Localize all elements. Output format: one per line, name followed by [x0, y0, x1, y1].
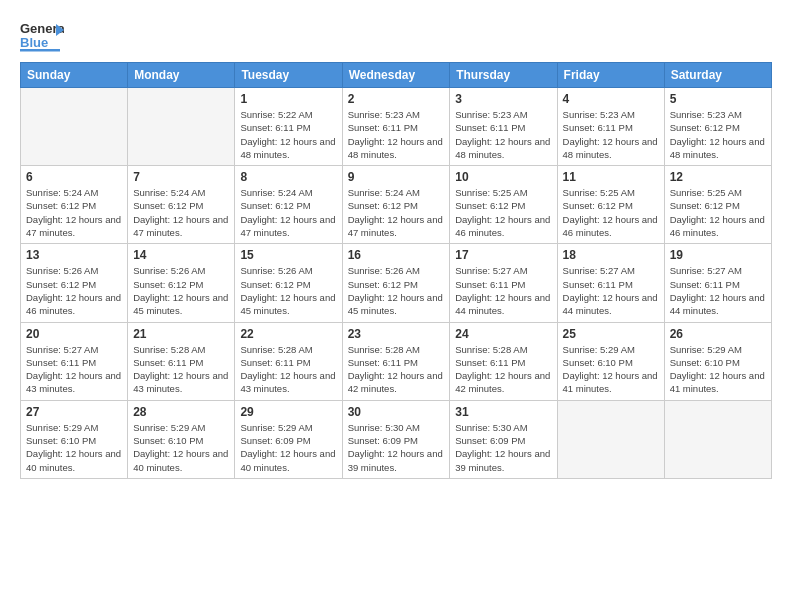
- day-info: Sunrise: 5:26 AMSunset: 6:12 PMDaylight:…: [133, 264, 229, 317]
- calendar-cell: 27Sunrise: 5:29 AMSunset: 6:10 PMDayligh…: [21, 400, 128, 478]
- calendar-cell: 21Sunrise: 5:28 AMSunset: 6:11 PMDayligh…: [128, 322, 235, 400]
- logo-icon: General Blue: [20, 16, 64, 54]
- calendar-cell: 26Sunrise: 5:29 AMSunset: 6:10 PMDayligh…: [664, 322, 771, 400]
- week-row-1: 1Sunrise: 5:22 AMSunset: 6:11 PMDaylight…: [21, 88, 772, 166]
- page: General Blue SundayMondayTuesdayWednesda…: [0, 0, 792, 612]
- day-number: 6: [26, 170, 122, 184]
- day-info: Sunrise: 5:24 AMSunset: 6:12 PMDaylight:…: [26, 186, 122, 239]
- day-info: Sunrise: 5:28 AMSunset: 6:11 PMDaylight:…: [240, 343, 336, 396]
- day-number: 31: [455, 405, 551, 419]
- calendar-cell: 29Sunrise: 5:29 AMSunset: 6:09 PMDayligh…: [235, 400, 342, 478]
- day-number: 10: [455, 170, 551, 184]
- day-number: 24: [455, 327, 551, 341]
- calendar-cell: 9Sunrise: 5:24 AMSunset: 6:12 PMDaylight…: [342, 166, 450, 244]
- calendar-cell: 13Sunrise: 5:26 AMSunset: 6:12 PMDayligh…: [21, 244, 128, 322]
- day-info: Sunrise: 5:27 AMSunset: 6:11 PMDaylight:…: [455, 264, 551, 317]
- day-number: 19: [670, 248, 766, 262]
- day-info: Sunrise: 5:29 AMSunset: 6:09 PMDaylight:…: [240, 421, 336, 474]
- day-info: Sunrise: 5:29 AMSunset: 6:10 PMDaylight:…: [26, 421, 122, 474]
- calendar-cell: 6Sunrise: 5:24 AMSunset: 6:12 PMDaylight…: [21, 166, 128, 244]
- weekday-header-saturday: Saturday: [664, 63, 771, 88]
- day-info: Sunrise: 5:23 AMSunset: 6:11 PMDaylight:…: [348, 108, 445, 161]
- day-info: Sunrise: 5:24 AMSunset: 6:12 PMDaylight:…: [348, 186, 445, 239]
- calendar-cell: [21, 88, 128, 166]
- day-info: Sunrise: 5:22 AMSunset: 6:11 PMDaylight:…: [240, 108, 336, 161]
- day-info: Sunrise: 5:28 AMSunset: 6:11 PMDaylight:…: [455, 343, 551, 396]
- day-info: Sunrise: 5:26 AMSunset: 6:12 PMDaylight:…: [26, 264, 122, 317]
- day-info: Sunrise: 5:24 AMSunset: 6:12 PMDaylight:…: [133, 186, 229, 239]
- week-row-3: 13Sunrise: 5:26 AMSunset: 6:12 PMDayligh…: [21, 244, 772, 322]
- week-row-5: 27Sunrise: 5:29 AMSunset: 6:10 PMDayligh…: [21, 400, 772, 478]
- calendar-cell: 17Sunrise: 5:27 AMSunset: 6:11 PMDayligh…: [450, 244, 557, 322]
- calendar-cell: [664, 400, 771, 478]
- calendar-cell: 8Sunrise: 5:24 AMSunset: 6:12 PMDaylight…: [235, 166, 342, 244]
- day-info: Sunrise: 5:27 AMSunset: 6:11 PMDaylight:…: [26, 343, 122, 396]
- day-info: Sunrise: 5:25 AMSunset: 6:12 PMDaylight:…: [455, 186, 551, 239]
- calendar-cell: 24Sunrise: 5:28 AMSunset: 6:11 PMDayligh…: [450, 322, 557, 400]
- calendar-cell: 3Sunrise: 5:23 AMSunset: 6:11 PMDaylight…: [450, 88, 557, 166]
- weekday-header-friday: Friday: [557, 63, 664, 88]
- day-number: 26: [670, 327, 766, 341]
- calendar-cell: 11Sunrise: 5:25 AMSunset: 6:12 PMDayligh…: [557, 166, 664, 244]
- day-number: 21: [133, 327, 229, 341]
- day-number: 3: [455, 92, 551, 106]
- day-info: Sunrise: 5:24 AMSunset: 6:12 PMDaylight:…: [240, 186, 336, 239]
- calendar-cell: 14Sunrise: 5:26 AMSunset: 6:12 PMDayligh…: [128, 244, 235, 322]
- calendar-cell: 30Sunrise: 5:30 AMSunset: 6:09 PMDayligh…: [342, 400, 450, 478]
- day-info: Sunrise: 5:23 AMSunset: 6:11 PMDaylight:…: [455, 108, 551, 161]
- day-number: 30: [348, 405, 445, 419]
- day-info: Sunrise: 5:27 AMSunset: 6:11 PMDaylight:…: [670, 264, 766, 317]
- calendar-cell: 12Sunrise: 5:25 AMSunset: 6:12 PMDayligh…: [664, 166, 771, 244]
- day-info: Sunrise: 5:30 AMSunset: 6:09 PMDaylight:…: [455, 421, 551, 474]
- day-number: 16: [348, 248, 445, 262]
- weekday-header-monday: Monday: [128, 63, 235, 88]
- calendar-cell: 28Sunrise: 5:29 AMSunset: 6:10 PMDayligh…: [128, 400, 235, 478]
- calendar-cell: 20Sunrise: 5:27 AMSunset: 6:11 PMDayligh…: [21, 322, 128, 400]
- weekday-header-row: SundayMondayTuesdayWednesdayThursdayFrid…: [21, 63, 772, 88]
- calendar-cell: 19Sunrise: 5:27 AMSunset: 6:11 PMDayligh…: [664, 244, 771, 322]
- calendar-table: SundayMondayTuesdayWednesdayThursdayFrid…: [20, 62, 772, 479]
- calendar-cell: 22Sunrise: 5:28 AMSunset: 6:11 PMDayligh…: [235, 322, 342, 400]
- day-info: Sunrise: 5:27 AMSunset: 6:11 PMDaylight:…: [563, 264, 659, 317]
- calendar-cell: 4Sunrise: 5:23 AMSunset: 6:11 PMDaylight…: [557, 88, 664, 166]
- calendar-cell: 31Sunrise: 5:30 AMSunset: 6:09 PMDayligh…: [450, 400, 557, 478]
- calendar-cell: 7Sunrise: 5:24 AMSunset: 6:12 PMDaylight…: [128, 166, 235, 244]
- day-info: Sunrise: 5:26 AMSunset: 6:12 PMDaylight:…: [348, 264, 445, 317]
- day-number: 1: [240, 92, 336, 106]
- calendar-cell: 1Sunrise: 5:22 AMSunset: 6:11 PMDaylight…: [235, 88, 342, 166]
- day-info: Sunrise: 5:28 AMSunset: 6:11 PMDaylight:…: [348, 343, 445, 396]
- weekday-header-tuesday: Tuesday: [235, 63, 342, 88]
- day-info: Sunrise: 5:30 AMSunset: 6:09 PMDaylight:…: [348, 421, 445, 474]
- day-number: 13: [26, 248, 122, 262]
- calendar-cell: 25Sunrise: 5:29 AMSunset: 6:10 PMDayligh…: [557, 322, 664, 400]
- day-number: 28: [133, 405, 229, 419]
- day-number: 25: [563, 327, 659, 341]
- logo: General Blue: [20, 16, 68, 54]
- day-number: 15: [240, 248, 336, 262]
- day-number: 9: [348, 170, 445, 184]
- day-info: Sunrise: 5:29 AMSunset: 6:10 PMDaylight:…: [133, 421, 229, 474]
- weekday-header-sunday: Sunday: [21, 63, 128, 88]
- calendar-cell: 18Sunrise: 5:27 AMSunset: 6:11 PMDayligh…: [557, 244, 664, 322]
- header: General Blue: [20, 16, 772, 54]
- day-number: 5: [670, 92, 766, 106]
- day-info: Sunrise: 5:23 AMSunset: 6:12 PMDaylight:…: [670, 108, 766, 161]
- calendar-cell: 5Sunrise: 5:23 AMSunset: 6:12 PMDaylight…: [664, 88, 771, 166]
- svg-text:Blue: Blue: [20, 35, 48, 50]
- day-number: 14: [133, 248, 229, 262]
- day-info: Sunrise: 5:28 AMSunset: 6:11 PMDaylight:…: [133, 343, 229, 396]
- day-number: 12: [670, 170, 766, 184]
- weekday-header-wednesday: Wednesday: [342, 63, 450, 88]
- day-number: 2: [348, 92, 445, 106]
- day-number: 20: [26, 327, 122, 341]
- calendar-cell: [128, 88, 235, 166]
- day-number: 4: [563, 92, 659, 106]
- calendar-cell: 15Sunrise: 5:26 AMSunset: 6:12 PMDayligh…: [235, 244, 342, 322]
- calendar-cell: [557, 400, 664, 478]
- calendar-cell: 2Sunrise: 5:23 AMSunset: 6:11 PMDaylight…: [342, 88, 450, 166]
- day-number: 23: [348, 327, 445, 341]
- day-number: 8: [240, 170, 336, 184]
- day-info: Sunrise: 5:25 AMSunset: 6:12 PMDaylight:…: [563, 186, 659, 239]
- week-row-2: 6Sunrise: 5:24 AMSunset: 6:12 PMDaylight…: [21, 166, 772, 244]
- day-number: 27: [26, 405, 122, 419]
